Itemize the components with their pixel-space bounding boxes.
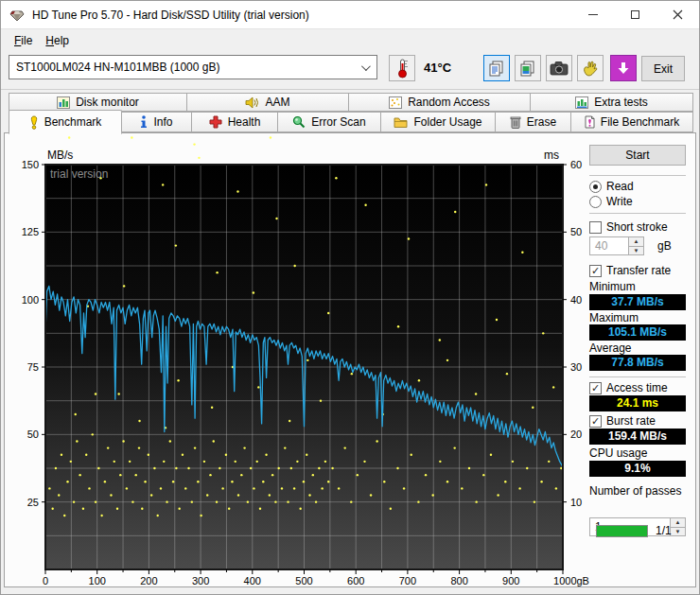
short-stroke-unit: gB — [657, 239, 672, 253]
tab-folder-usage[interactable]: Folder Usage — [381, 112, 496, 132]
random-dots-icon — [389, 96, 402, 109]
trash-icon — [510, 115, 521, 129]
extra-tests-icon — [575, 96, 588, 109]
tab-error-scan[interactable]: Error Scan — [278, 112, 381, 132]
separator — [589, 376, 686, 377]
access-time-label: Access time — [606, 381, 668, 394]
tab-erase[interactable]: Erase — [496, 112, 571, 132]
svg-text:150: 150 — [22, 159, 39, 170]
chevron-down-icon — [361, 61, 371, 71]
maximum-label: Maximum — [589, 311, 639, 324]
file-benchmark-icon — [585, 115, 595, 129]
close-icon — [673, 9, 683, 20]
svg-text:200: 200 — [140, 575, 157, 586]
spin-up-icon[interactable]: ▲ — [671, 518, 685, 528]
radio-selected-icon — [589, 181, 602, 193]
svg-text:900: 900 — [502, 575, 519, 586]
speaker-icon — [245, 96, 259, 109]
short-stroke-spinner[interactable]: 40 ▲▼ — [589, 236, 644, 255]
drive-select-value: ST1000LM024 HN-M101MBB (1000 gB) — [16, 61, 219, 74]
access-time-value: 24.1 ms — [589, 395, 686, 411]
thermometer-icon — [394, 58, 410, 79]
checkbox-unchecked-icon — [589, 221, 602, 234]
svg-text:60: 60 — [570, 159, 582, 170]
separator — [589, 213, 686, 214]
burst-rate-checkbox[interactable]: ✓ Burst rate — [589, 414, 656, 428]
read-radio[interactable]: Read — [589, 180, 634, 193]
tab-disk-monitor[interactable]: Disk monitor — [9, 93, 187, 112]
tab-label: AAM — [265, 96, 289, 109]
cpu-usage-label: CPU usage — [589, 446, 647, 460]
svg-text:1000gB: 1000gB — [553, 575, 589, 586]
temperature-button[interactable] — [389, 55, 415, 81]
tab-label: Disk monitor — [76, 96, 139, 109]
exit-button[interactable]: Exit — [641, 56, 685, 81]
access-time-checkbox[interactable]: ✓ Access time — [589, 381, 668, 394]
average-value: 77.8 MB/s — [589, 355, 686, 371]
minimize-icon — [588, 14, 598, 15]
disk-monitor-icon — [57, 96, 70, 109]
save-results-button[interactable] — [610, 55, 637, 81]
spin-down-icon[interactable]: ▼ — [629, 247, 643, 255]
tab-row-top: Disk monitor AAM Random Access Extra tes… — [9, 93, 693, 112]
svg-text:100: 100 — [89, 575, 106, 586]
checkbox-checked-icon: ✓ — [589, 265, 602, 277]
svg-text:40: 40 — [570, 294, 582, 306]
passes-label: Number of passes — [589, 484, 681, 498]
tab-info[interactable]: Info — [122, 112, 192, 132]
checkbox-checked-icon: ✓ — [589, 382, 602, 394]
tab-file-benchmark[interactable]: File Benchmark — [571, 112, 693, 132]
transfer-rate-checkbox[interactable]: ✓ Transfer rate — [589, 264, 671, 277]
tab-label: Extra tests — [594, 96, 648, 109]
save-down-arrow-icon — [616, 61, 631, 76]
average-label: Average — [589, 341, 631, 355]
benchmark-icon — [29, 115, 39, 130]
short-stroke-label: Short stroke — [606, 220, 668, 234]
progress-bar — [596, 525, 648, 537]
copy-image-button[interactable] — [515, 55, 541, 81]
maximize-button[interactable] — [614, 1, 656, 28]
info-icon — [140, 115, 148, 129]
spin-up-icon[interactable]: ▲ — [629, 237, 643, 247]
tab-label: Folder Usage — [413, 115, 481, 129]
tab-random-access[interactable]: Random Access — [349, 93, 531, 112]
tab-aam[interactable]: AAM — [187, 93, 349, 112]
short-stroke-value: 40 — [595, 239, 607, 253]
spin-down-icon[interactable]: ▼ — [671, 528, 685, 536]
svg-text:75: 75 — [27, 361, 39, 373]
menu-file[interactable]: File — [8, 32, 39, 49]
tab-label: Health — [228, 115, 261, 129]
svg-text:50: 50 — [27, 429, 39, 440]
cpu-usage-value: 9.1% — [589, 461, 686, 477]
tab-row-bottom: Benchmark Info Health Error Scan Folder … — [9, 112, 693, 132]
copy-report-icon — [488, 60, 505, 77]
tab-health[interactable]: Health — [192, 112, 278, 132]
close-button[interactable] — [656, 1, 699, 28]
start-button[interactable]: Start — [589, 145, 686, 166]
svg-text:500: 500 — [295, 575, 312, 586]
checkbox-checked-icon: ✓ — [589, 415, 602, 428]
tab-benchmark[interactable]: Benchmark — [9, 110, 122, 134]
minimum-label: Minimum — [589, 280, 636, 293]
tab-extra-tests[interactable]: Extra tests — [531, 93, 693, 112]
short-stroke-checkbox[interactable]: Short stroke — [589, 220, 668, 234]
menu-help[interactable]: Help — [39, 32, 76, 49]
svg-text:ms: ms — [544, 149, 559, 162]
folder-icon — [394, 116, 408, 129]
minimize-button[interactable] — [571, 1, 614, 28]
hand-button[interactable] — [577, 55, 604, 81]
screenshot-button[interactable] — [546, 55, 572, 81]
tab-label: Erase — [527, 115, 556, 129]
svg-text:25: 25 — [27, 497, 39, 508]
write-radio[interactable]: Write — [589, 195, 633, 208]
drive-select[interactable]: ST1000LM024 HN-M101MBB (1000 gB) — [9, 55, 377, 79]
tab-label: Benchmark — [44, 115, 102, 129]
copy-report-button[interactable] — [483, 55, 510, 81]
svg-text:800: 800 — [450, 575, 467, 586]
svg-text:700: 700 — [399, 575, 416, 586]
svg-text:30: 30 — [570, 361, 582, 373]
progress-text: 1/1 — [656, 524, 672, 537]
svg-text:400: 400 — [244, 575, 261, 586]
svg-text:300: 300 — [192, 575, 209, 586]
svg-text:50: 50 — [570, 226, 582, 237]
